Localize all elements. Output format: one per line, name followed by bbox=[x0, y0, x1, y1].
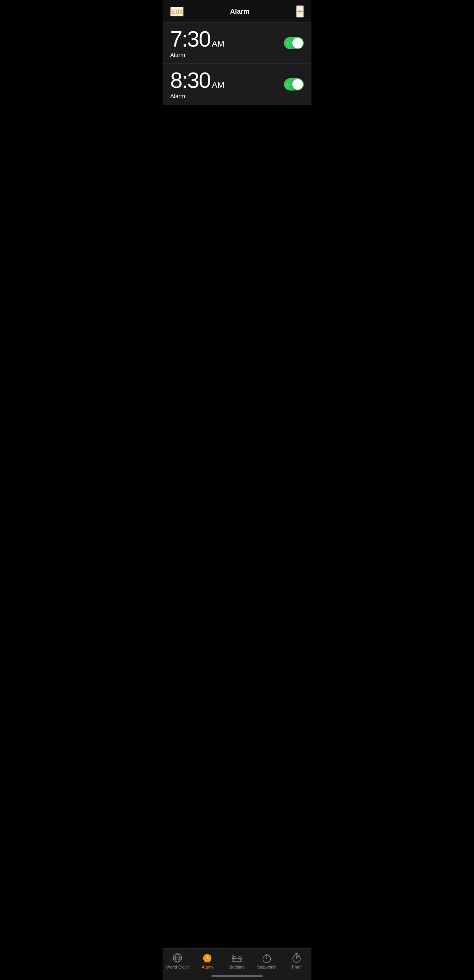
alarm-toggle[interactable]: I bbox=[284, 78, 304, 90]
alarm-icon bbox=[202, 953, 213, 963]
alarm-toggle[interactable]: I bbox=[284, 37, 304, 49]
alarm-label: Alarm bbox=[170, 52, 224, 58]
toggle-knob bbox=[292, 79, 303, 90]
alarm-label: Alarm bbox=[170, 93, 224, 99]
home-indicator bbox=[211, 975, 263, 977]
alarm-time-ampm: AM bbox=[212, 80, 224, 90]
alarm-info: 7:30 AM Alarm bbox=[170, 28, 224, 58]
alarm-time-main: 7:30 bbox=[170, 28, 210, 50]
navigation-bar: Edit Alarm + bbox=[163, 0, 311, 23]
tab-timer[interactable]: Timer bbox=[285, 953, 308, 969]
alarm-time: 7:30 AM bbox=[170, 28, 224, 50]
alarm-time-ampm: AM bbox=[212, 39, 224, 49]
tab-alarm-label: Alarm bbox=[202, 965, 213, 969]
main-content: 7:30 AM Alarm I 8:30 AM Alarm I bbox=[163, 23, 311, 980]
toggle-knob bbox=[292, 38, 303, 48]
alarm-item[interactable]: 8:30 AM Alarm I bbox=[163, 64, 311, 105]
alarm-time: 8:30 AM bbox=[170, 69, 224, 91]
tab-bedtime-label: Bedtime bbox=[229, 965, 245, 969]
alarm-item[interactable]: 7:30 AM Alarm I bbox=[163, 23, 311, 64]
toggle-on-indicator: I bbox=[287, 82, 289, 87]
tab-stopwatch[interactable]: Stopwatch bbox=[255, 953, 278, 969]
stopwatch-icon bbox=[261, 953, 272, 963]
alarm-time-main: 8:30 bbox=[170, 69, 210, 91]
page-title: Alarm bbox=[230, 8, 250, 16]
tab-world-clock-label: World Clock bbox=[166, 965, 189, 969]
svg-line-11 bbox=[205, 962, 206, 962]
svg-line-12 bbox=[209, 962, 210, 962]
tab-timer-label: Timer bbox=[291, 965, 302, 969]
tab-alarm[interactable]: Alarm bbox=[196, 953, 219, 969]
toggle-on-indicator: I bbox=[287, 41, 289, 45]
tab-stopwatch-label: Stopwatch bbox=[257, 965, 276, 969]
bedtime-icon bbox=[231, 953, 243, 963]
tab-world-clock[interactable]: World Clock bbox=[166, 953, 189, 969]
alarm-list: 7:30 AM Alarm I 8:30 AM Alarm I bbox=[163, 23, 311, 105]
timer-icon bbox=[291, 953, 302, 963]
svg-rect-13 bbox=[232, 958, 242, 961]
add-alarm-button[interactable]: + bbox=[296, 5, 304, 18]
empty-space bbox=[163, 105, 311, 980]
world-clock-icon bbox=[172, 953, 183, 963]
tab-bedtime[interactable]: Bedtime bbox=[226, 953, 248, 969]
edit-button[interactable]: Edit bbox=[170, 7, 184, 16]
alarm-info: 8:30 AM Alarm bbox=[170, 69, 224, 99]
